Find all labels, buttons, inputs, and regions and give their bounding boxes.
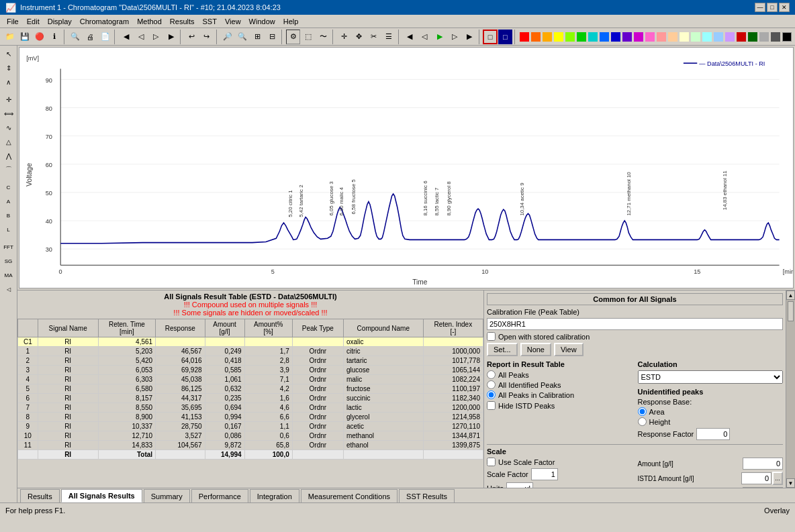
- menu-sst[interactable]: SST: [199, 16, 221, 27]
- scale-factor-input[interactable]: [531, 468, 558, 480]
- radio-identified-input[interactable]: [487, 380, 496, 389]
- height-radio[interactable]: [638, 417, 647, 426]
- scroll-down-btn[interactable]: ▼: [786, 478, 795, 488]
- view-button[interactable]: View: [554, 343, 583, 356]
- table-row[interactable]: 4RI6,30345,0381,0617,1Ordnrmalic1082,224: [18, 375, 483, 384]
- tool-lbl4[interactable]: L: [1, 223, 16, 236]
- none-button[interactable]: None: [520, 343, 551, 356]
- tool-scroll-left[interactable]: ◁: [1, 282, 16, 296]
- color-blue[interactable]: [600, 32, 609, 42]
- scroll-thumb[interactable]: [788, 301, 794, 321]
- table-row[interactable]: 2RI5,42064,0160,4182,8Ordnrtartaric1017,…: [18, 356, 483, 366]
- color-lightcyan[interactable]: [702, 32, 712, 42]
- tool-peak3[interactable]: ⌒: [1, 163, 16, 176]
- color-gray[interactable]: [759, 32, 769, 42]
- tool-triangle[interactable]: △: [1, 135, 16, 148]
- menu-help[interactable]: Help: [279, 16, 303, 27]
- color-darkgray[interactable]: [771, 32, 780, 42]
- table-row[interactable]: 6RI8,15744,3170,2351,6Ordnrsuccinic1182,…: [18, 394, 483, 403]
- toolbar-settings[interactable]: ⚙: [286, 30, 300, 44]
- color-black[interactable]: [782, 32, 792, 42]
- color-lightblue[interactable]: [714, 32, 723, 42]
- hide-istd-checkbox[interactable]: [487, 401, 496, 410]
- menu-window[interactable]: Window: [245, 16, 279, 27]
- toolbar-fwd[interactable]: ▷: [149, 30, 163, 44]
- menu-display[interactable]: Display: [44, 16, 76, 27]
- color-lightgreen[interactable]: [691, 32, 700, 42]
- calculation-select[interactable]: ESTD: [638, 370, 784, 384]
- tab-summary[interactable]: Summary: [144, 489, 190, 502]
- tool-fft[interactable]: FFT: [1, 240, 16, 254]
- toolbar-cross[interactable]: ✛: [337, 30, 351, 44]
- tool-peak1[interactable]: ∧: [1, 75, 16, 89]
- color-peach[interactable]: [668, 32, 677, 42]
- toolbar-redo[interactable]: ↪: [199, 30, 214, 44]
- toolbar-back2[interactable]: ◁: [134, 30, 148, 44]
- toolbar-rect[interactable]: □: [483, 30, 497, 44]
- color-darkred[interactable]: [737, 32, 746, 42]
- more-button[interactable]: ...: [772, 472, 783, 485]
- toolbar-next-signal[interactable]: ▶: [462, 30, 476, 44]
- table-row[interactable]: C1RI4,561oxalic: [18, 337, 483, 347]
- calibration-input[interactable]: [487, 318, 783, 330]
- color-lime[interactable]: [565, 32, 575, 42]
- table-scroll[interactable]: Signal Name Reten. Time[min] Response Am…: [17, 319, 483, 488]
- menu-view[interactable]: View: [221, 16, 245, 27]
- minimize-button[interactable]: —: [755, 3, 765, 12]
- tool-baseline[interactable]: ∿: [1, 121, 16, 134]
- table-row[interactable]: 3RI6,05369,9280,5853,9Ordnrglucose1065,1…: [18, 366, 483, 375]
- toolbar-wave[interactable]: 〜: [316, 30, 330, 44]
- tool-range[interactable]: ⟺: [1, 107, 16, 120]
- radio-all-peaks-input[interactable]: [487, 370, 496, 379]
- color-pink[interactable]: [645, 32, 655, 42]
- istd-input[interactable]: [741, 472, 771, 484]
- toolbar-zoom3[interactable]: ⊞: [250, 30, 265, 44]
- tab-measurement-conditions[interactable]: Measurement Conditions: [301, 489, 398, 502]
- tool-sg[interactable]: SG: [1, 254, 16, 268]
- color-darkblue[interactable]: [611, 32, 620, 42]
- units-input[interactable]: [506, 482, 533, 488]
- tab-integration[interactable]: Integration: [250, 489, 299, 502]
- menu-method[interactable]: Method: [133, 16, 166, 27]
- toolbar-cut[interactable]: ✂: [367, 30, 381, 44]
- color-red[interactable]: [520, 32, 529, 42]
- tool-zoom[interactable]: ⇕: [1, 61, 16, 74]
- toolbar-zoom4[interactable]: ⊟: [265, 30, 279, 44]
- toolbar-prev-signal[interactable]: ◀: [402, 30, 416, 44]
- toolbar-select[interactable]: ⬚: [301, 30, 315, 44]
- color-yellow[interactable]: [554, 32, 563, 42]
- tool-lbl1[interactable]: C: [1, 180, 16, 194]
- table-row[interactable]: 5RI6,58086,1250,6324,2Ordnrfructose1100,…: [18, 384, 483, 394]
- menu-file[interactable]: File: [3, 16, 23, 27]
- tool-lbl2[interactable]: A: [1, 195, 16, 208]
- toolbar-fwd2[interactable]: ▶: [164, 30, 178, 44]
- table-row[interactable]: RITotal14,994100,0: [18, 450, 483, 460]
- tab-results[interactable]: Results: [20, 489, 60, 502]
- set-button[interactable]: Set...: [487, 343, 518, 356]
- scroll-track[interactable]: [786, 300, 795, 478]
- toolbar-print2[interactable]: 📄: [98, 30, 112, 44]
- tool-cross[interactable]: ✛: [1, 93, 16, 106]
- toolbar-next-ch[interactable]: ▷: [447, 30, 461, 44]
- toolbar-move[interactable]: ✥: [352, 30, 366, 44]
- toolbar-print[interactable]: 🖨: [83, 30, 97, 44]
- tab-sst-results[interactable]: SST Results: [399, 489, 455, 502]
- open-stored-checkbox[interactable]: [487, 332, 496, 341]
- tool-peak2[interactable]: ⋀: [1, 149, 16, 162]
- table-row[interactable]: 8RI8,90041,1530,9946,6Ordnrglycerol1214,…: [18, 413, 483, 422]
- color-lavender[interactable]: [725, 32, 735, 42]
- tab-all-signals-results[interactable]: All Signals Results: [61, 489, 142, 502]
- table-row[interactable]: 9RI10,33728,7500,1671,1Ordnracetic1270,1…: [18, 422, 483, 431]
- table-row[interactable]: 7RI8,55035,6950,6944,6Ordnrlactic1200,00…: [18, 403, 483, 413]
- tool-lbl3[interactable]: B: [1, 209, 16, 222]
- tool-arrow[interactable]: ↖: [1, 47, 16, 60]
- use-scale-checkbox[interactable]: [487, 458, 496, 466]
- amount-input[interactable]: [743, 458, 783, 470]
- right-scrollbar[interactable]: ▲ ▼: [786, 290, 795, 488]
- color-cyan[interactable]: [588, 32, 598, 42]
- toolbar-zoom-in[interactable]: 🔎: [220, 30, 234, 44]
- area-radio[interactable]: [638, 407, 647, 416]
- table-row[interactable]: 11RI14,833104,5679,87265,8Ordnrethanol13…: [18, 441, 483, 450]
- color-lightpink[interactable]: [657, 32, 666, 42]
- tool-ma[interactable]: MA: [1, 268, 16, 282]
